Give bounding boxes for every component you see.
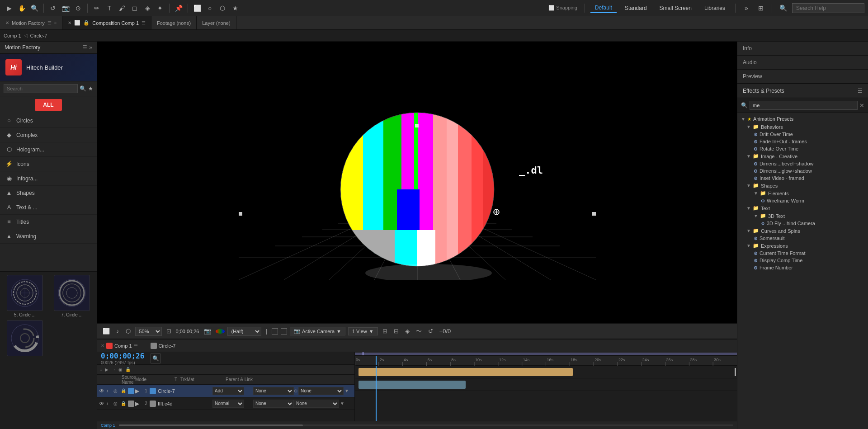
polygon-tool[interactable]: ⬡	[217, 3, 228, 14]
motion-path-btn[interactable]: 〜	[414, 326, 424, 336]
layer1-mode-select[interactable]: Add Normal	[212, 387, 244, 395]
layer-row-1[interactable]: 👁 ♪ ◎ 🔒 ▶ 1 Circle-7 Add Normal	[97, 385, 354, 397]
search-icon-btn[interactable]: 🔍	[80, 85, 86, 92]
work-area-bar[interactable]	[355, 352, 737, 356]
layer2-label-btn[interactable]	[128, 401, 134, 407]
layer2-lock-btn[interactable]: 🔒	[121, 401, 128, 406]
lock-all-icon[interactable]: 🔒	[125, 367, 131, 372]
left-panel-menu-icon[interactable]: ☰	[82, 44, 87, 51]
left-panel-expand-icon[interactable]: »	[89, 44, 92, 51]
global-search-input[interactable]	[792, 3, 864, 13]
workspace-small-btn[interactable]: Small Screen	[655, 4, 696, 13]
layer-row-2[interactable]: 👁 ♪ ◎ 🔒 ▶ 2 ffft.c4d Normal Add	[97, 397, 354, 410]
work-area-start[interactable]	[363, 352, 363, 355]
layer2-visibility-btn[interactable]: 👁	[99, 401, 106, 407]
layer1-visibility-btn[interactable]: 👁	[99, 388, 106, 394]
category-item-shapes[interactable]: ▲ Shapes	[0, 186, 97, 200]
layer1-trkmat-select[interactable]: None	[253, 387, 294, 395]
layer2-expand-btn[interactable]: ▶	[135, 401, 142, 407]
comp-menu-icon[interactable]: ☰	[142, 20, 146, 25]
preview-display-btn[interactable]: ⬜	[101, 327, 112, 335]
breadcrumb-layer[interactable]: Circle-7	[30, 33, 47, 38]
favorites-star-btn[interactable]: ★	[88, 85, 93, 92]
category-item-icons[interactable]: ⚡ Icons	[0, 157, 97, 171]
dimensi-bevel-item[interactable]: ⚙ Dimensi...bevel+shadow	[737, 160, 868, 167]
flow-icon[interactable]: →	[111, 367, 116, 372]
layer2-trkmat-select[interactable]: None	[253, 400, 294, 408]
display-comp-item[interactable]: ⚙ Display Comp Time	[737, 257, 868, 264]
3d-fly-item[interactable]: ⚙ 3D Fly ...hind Camera	[737, 220, 868, 227]
category-search-input[interactable]	[4, 84, 78, 93]
close-comp-icon[interactable]: ✕	[101, 343, 104, 348]
info-tab[interactable]: Info	[737, 42, 868, 56]
layer1-label-btn[interactable]	[128, 388, 134, 394]
category-item-warning[interactable]: ▲ Warning	[0, 229, 97, 244]
thumbnail-item-arc[interactable]	[3, 320, 47, 358]
3d-text-folder[interactable]: ▼ 📁 3D Text	[737, 212, 868, 220]
expressions-folder[interactable]: ▼ 📁 Expressions	[737, 242, 868, 250]
track-bar-2[interactable]	[359, 381, 466, 389]
time-display[interactable]: 0;00;00;26	[101, 352, 144, 360]
comp-close-icon[interactable]: ✕	[68, 20, 71, 25]
animation-presets-header[interactable]: ▼ ★ Animation Presets	[737, 115, 868, 123]
audio-tab[interactable]: Audio	[737, 56, 868, 70]
pin-tool[interactable]: 📌	[173, 3, 184, 14]
motion-factory-tab-close[interactable]: ✕	[5, 20, 9, 25]
layer1-lock-btn[interactable]: 🔒	[121, 388, 128, 393]
motion-factory-tab-menu[interactable]: ☰	[47, 20, 52, 25]
active-camera-btn[interactable]: 📷 Active Camera ▼	[290, 327, 345, 335]
comp1-tab-menu[interactable]: ☰	[134, 343, 138, 348]
wireframe-worm-item[interactable]: ⚙ Wireframe Worm	[737, 197, 868, 204]
effects-search-clear-btn[interactable]: ✕	[859, 102, 864, 109]
category-item-complex[interactable]: ◆ Complex	[0, 128, 97, 142]
eraser-tool[interactable]: ◻	[129, 3, 140, 14]
layer1-audio-btn[interactable]: ♪	[106, 388, 113, 393]
hand-tool[interactable]: ✋	[16, 3, 27, 14]
selection-tool[interactable]: ▶	[4, 3, 14, 14]
category-item-hologram[interactable]: ⬡ Hologram...	[0, 142, 97, 157]
ellipse-tool[interactable]: ○	[204, 3, 215, 14]
screen-toggle-btn[interactable]: ⊞	[755, 3, 766, 14]
somersault-item[interactable]: ⚙ Somersault	[737, 235, 868, 242]
camera-tool[interactable]: 📷	[60, 3, 71, 14]
grid-btn[interactable]: ⊞	[381, 327, 389, 335]
shapes-folder[interactable]: ▼ 📁 Shapes	[737, 182, 868, 189]
frame-number-item[interactable]: ⚙ Frame Number	[737, 264, 868, 271]
view-btn[interactable]: 1 View ▼	[348, 327, 378, 335]
layer1-expand-btn[interactable]: ▶	[135, 388, 142, 394]
layer2-mode-select[interactable]: Normal Add	[212, 400, 244, 408]
curves-spins-folder[interactable]: ▼ 📁 Curves and Spins	[737, 227, 868, 235]
rotation-btn[interactable]: ↺	[426, 327, 435, 335]
drift-over-time-item[interactable]: ⚙ Drift Over Time	[737, 131, 868, 138]
breadcrumb-comp[interactable]: Comp 1	[4, 33, 21, 38]
shy-icon[interactable]: ◉	[118, 367, 123, 372]
layer1-parent-dropdown[interactable]: ▼	[344, 388, 349, 393]
timeline-tab-comp1[interactable]: ✕ Comp 1 ☰	[101, 343, 138, 349]
layer2-parent-dropdown[interactable]: ▼	[340, 401, 344, 406]
layer2-solo-btn[interactable]: ◎	[113, 401, 121, 406]
workspace-default-btn[interactable]: Default	[590, 3, 617, 13]
panel-tab-composition[interactable]: ✕ ⬜ 🔒 Composition Comp 1 ☰	[62, 16, 151, 29]
mask-btn[interactable]: ◈	[403, 327, 411, 335]
thumbnail-item-5[interactable]: 5. Circle ...	[3, 275, 47, 317]
dimensi-glow-item[interactable]: ⚙ Dimensi...glow+shadow	[737, 167, 868, 174]
text-tool[interactable]: T	[104, 3, 115, 14]
text-folder[interactable]: ▼ 📁 Text	[737, 204, 868, 212]
panel-tab-layer[interactable]: Layer (none)	[197, 16, 236, 29]
quality-select[interactable]: (Half) (Full) (Quarter)	[227, 327, 261, 336]
all-category-btn[interactable]: ALL	[35, 99, 61, 111]
roto-tool[interactable]: ◈	[142, 3, 153, 14]
panel-tab-motion-factory[interactable]: ✕ Motion Factory ☰ »	[0, 16, 62, 29]
pen-tool[interactable]: ✏	[91, 3, 102, 14]
star-tool[interactable]: ★	[230, 3, 241, 14]
zoom-select[interactable]: 50% 100% 25%	[135, 327, 162, 336]
ruler-playhead[interactable]	[376, 356, 377, 365]
snapshot-btn[interactable]: 📷	[202, 327, 213, 335]
category-item-text[interactable]: A Text & ...	[0, 200, 97, 215]
transparency-btn[interactable]	[281, 328, 287, 335]
track-bar-1[interactable]	[359, 368, 572, 376]
inset-video-item[interactable]: ⚙ Inset Video - framed	[737, 174, 868, 182]
image-creative-folder[interactable]: ▼ 📁 Image - Creative	[737, 152, 868, 160]
layer1-parent-select[interactable]: None	[298, 387, 344, 395]
guides-btn[interactable]: ⊟	[392, 327, 401, 335]
